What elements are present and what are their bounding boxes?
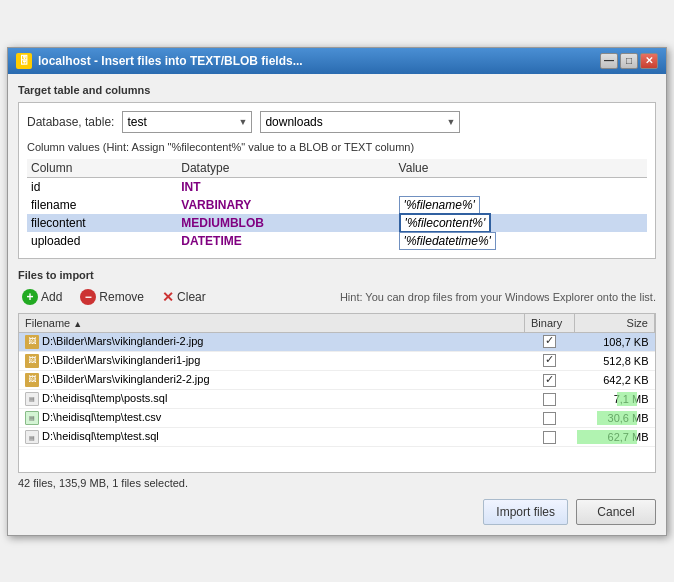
file-binary-1[interactable] (525, 351, 575, 370)
window-title: localhost - Insert files into TEXT/BLOB … (38, 54, 303, 68)
jpg-icon-1: 🖼 (25, 354, 39, 368)
status-bar: 42 files, 135,9 MB, 1 files selected. (18, 473, 656, 495)
cancel-button[interactable]: Cancel (576, 499, 656, 525)
file-size-3: 7,1 MB (575, 389, 655, 408)
file-path-4: ▤D:\heidisql\temp\test.csv (19, 408, 525, 427)
col-row-id[interactable]: id INT (27, 177, 647, 196)
binary-checkbox-0[interactable] (543, 335, 556, 348)
col-name-filecontent: filecontent (27, 214, 177, 232)
file-table-wrapper: Filename ▲ Binary Size 🖼D:\Bilder\Mars\v… (18, 313, 656, 473)
jpg-icon-2: 🖼 (25, 373, 39, 387)
binary-checkbox-1[interactable] (543, 354, 556, 367)
table-combo-arrow: ▼ (446, 117, 455, 127)
file-binary-0[interactable] (525, 332, 575, 351)
col-row-filename[interactable]: filename VARBINARY '%filename%' (27, 196, 647, 214)
file-header-size: Size (575, 314, 655, 333)
main-window: 🗄 localhost - Insert files into TEXT/BLO… (7, 47, 667, 536)
col-name-filename: filename (27, 196, 177, 214)
drop-hint: Hint: You can drop files from your Windo… (340, 291, 656, 303)
file-binary-2[interactable] (525, 370, 575, 389)
maximize-button[interactable]: □ (620, 53, 638, 69)
file-binary-5[interactable] (525, 427, 575, 446)
binary-checkbox-3[interactable] (543, 393, 556, 406)
binary-checkbox-5[interactable] (543, 431, 556, 444)
file-binary-4[interactable] (525, 408, 575, 427)
minimize-button[interactable]: — (600, 53, 618, 69)
jpg-icon-0: 🖼 (25, 335, 39, 349)
col-datatype-filecontent: MEDIUMBLOB (177, 214, 394, 232)
file-row-3[interactable]: ▤D:\heidisql\temp\posts.sql 7,1 MB (19, 389, 655, 408)
file-path-2: 🖼D:\Bilder\Mars\vikinglanderi2-2.jpg (19, 370, 525, 389)
bottom-buttons: Import files Cancel (18, 495, 656, 525)
col-header-column: Column (27, 159, 177, 178)
file-size-0: 108,7 KB (575, 332, 655, 351)
col-name-uploaded: uploaded (27, 232, 177, 250)
file-binary-3[interactable] (525, 389, 575, 408)
file-row-5[interactable]: ▤D:\heidisql\temp\test.sql 62,7 MB (19, 427, 655, 446)
table-value: downloads (265, 115, 322, 129)
file-header-filename: Filename ▲ (19, 314, 525, 333)
columns-table: Column Datatype Value id INT filename VA… (27, 159, 647, 250)
col-header-value: Value (395, 159, 647, 178)
files-toolbar: + Add − Remove ✕ Clear Hint: You can dro… (18, 287, 656, 307)
title-controls: — □ ✕ (600, 53, 658, 69)
binary-checkbox-4[interactable] (543, 412, 556, 425)
target-section-label: Target table and columns (18, 84, 656, 96)
sql-icon-3: ▤ (25, 392, 39, 406)
content-area: Target table and columns Database, table… (8, 74, 666, 535)
clear-button[interactable]: ✕ Clear (158, 287, 210, 307)
clear-icon: ✕ (162, 289, 174, 305)
file-size-4: 30,6 MB (575, 408, 655, 427)
file-path-5: ▤D:\heidisql\temp\test.sql (19, 427, 525, 446)
file-table-scroll[interactable]: Filename ▲ Binary Size 🖼D:\Bilder\Mars\v… (19, 314, 655, 473)
database-combo-arrow: ▼ (238, 117, 247, 127)
title-bar-left: 🗄 localhost - Insert files into TEXT/BLO… (16, 53, 303, 69)
col-datatype-uploaded: DATETIME (177, 232, 394, 250)
table-combo[interactable]: downloads ▼ (260, 111, 460, 133)
title-bar: 🗄 localhost - Insert files into TEXT/BLO… (8, 48, 666, 74)
file-row-0[interactable]: 🖼D:\Bilder\Mars\vikinglanderi-2.jpg 108,… (19, 332, 655, 351)
file-row-1[interactable]: 🖼D:\Bilder\Mars\vikinglanderi1-jpg 512,8… (19, 351, 655, 370)
file-row-2[interactable]: 🖼D:\Bilder\Mars\vikinglanderi2-2.jpg 642… (19, 370, 655, 389)
remove-icon: − (80, 289, 96, 305)
remove-button[interactable]: − Remove (76, 287, 148, 307)
clear-label: Clear (177, 290, 206, 304)
col-datatype-filename: VARBINARY (177, 196, 394, 214)
db-label: Database, table: (27, 115, 114, 129)
file-table: Filename ▲ Binary Size 🖼D:\Bilder\Mars\v… (19, 314, 655, 448)
col-datatype-id: INT (177, 177, 394, 196)
sql-icon-5: ▤ (25, 430, 39, 444)
file-row-4[interactable]: ▤D:\heidisql\temp\test.csv 30,6 MB (19, 408, 655, 427)
col-row-filecontent[interactable]: filecontent MEDIUMBLOB '%filecontent%' (27, 214, 647, 232)
import-button[interactable]: Import files (483, 499, 568, 525)
files-section: Files to import + Add − Remove ✕ Clear H… (18, 269, 656, 495)
remove-label: Remove (99, 290, 144, 304)
db-row: Database, table: test ▼ downloads ▼ (27, 111, 647, 133)
add-button[interactable]: + Add (18, 287, 66, 307)
close-button[interactable]: ✕ (640, 53, 658, 69)
file-size-5: 62,7 MB (575, 427, 655, 446)
col-value-filecontent: '%filecontent%' (395, 214, 647, 232)
file-header-binary: Binary (525, 314, 575, 333)
target-group-box: Database, table: test ▼ downloads ▼ Colu… (18, 102, 656, 259)
database-value: test (127, 115, 146, 129)
col-header-datatype: Datatype (177, 159, 394, 178)
columns-hint: Column values (Hint: Assign "%fileconten… (27, 141, 647, 153)
csv-icon-4: ▤ (25, 411, 39, 425)
col-row-uploaded[interactable]: uploaded DATETIME '%filedatetime%' (27, 232, 647, 250)
files-section-label: Files to import (18, 269, 656, 281)
add-icon: + (22, 289, 38, 305)
col-value-uploaded: '%filedatetime%' (395, 232, 647, 250)
file-path-3: ▤D:\heidisql\temp\posts.sql (19, 389, 525, 408)
file-path-0: 🖼D:\Bilder\Mars\vikinglanderi-2.jpg (19, 332, 525, 351)
file-path-1: 🖼D:\Bilder\Mars\vikinglanderi1-jpg (19, 351, 525, 370)
col-name-id: id (27, 177, 177, 196)
file-size-2: 642,2 KB (575, 370, 655, 389)
col-value-id (395, 177, 647, 196)
binary-checkbox-2[interactable] (543, 374, 556, 387)
database-combo[interactable]: test ▼ (122, 111, 252, 133)
add-label: Add (41, 290, 62, 304)
sort-arrow: ▲ (73, 319, 82, 329)
col-value-filename: '%filename%' (395, 196, 647, 214)
window-icon: 🗄 (16, 53, 32, 69)
